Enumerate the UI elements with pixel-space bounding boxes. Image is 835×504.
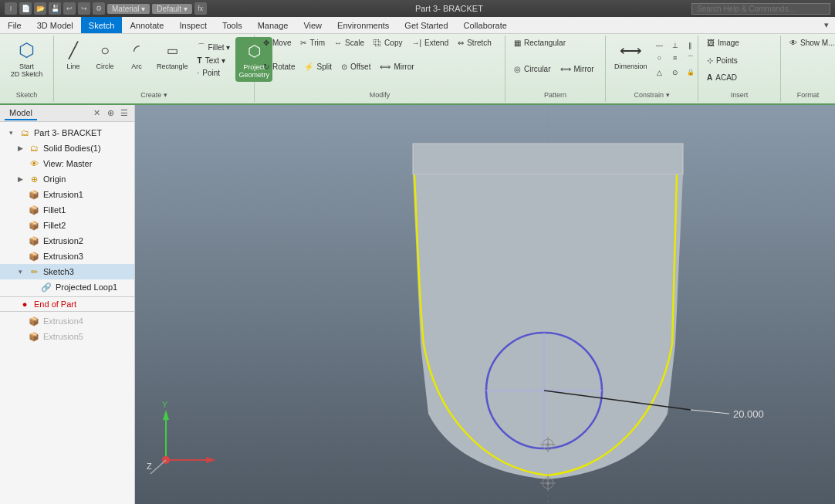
circular-label: Circular — [524, 65, 550, 73]
offset-button[interactable]: ⊙Offset — [337, 61, 375, 73]
constrain-symmetric[interactable]: ⊙ — [668, 67, 682, 78]
extend-button[interactable]: →|Extend — [407, 37, 452, 49]
tree-view-master[interactable]: ▶ 👁 View: Master — [0, 156, 134, 171]
start-2d-sketch-button[interactable]: ⬡ Start2D Sketch — [7, 37, 47, 80]
stretch-button[interactable]: ⇔Stretch — [454, 37, 495, 49]
acad-button[interactable]: AACAD — [703, 72, 741, 83]
ribbon-sketch-group: ⬡ Start2D Sketch Sketch — [0, 36, 54, 102]
redo-icon[interactable]: ↪ — [78, 2, 90, 15]
point-button[interactable]: · Point — [194, 67, 235, 79]
constrain-perpendicular[interactable]: ⊥ — [668, 40, 682, 51]
extrusion3-label: Extrusion3 — [43, 252, 83, 261]
tree-extrusion5[interactable]: ▶ 📦 Extrusion5 — [0, 329, 134, 344]
menu-3d-model[interactable]: 3D Model — [29, 17, 81, 33]
constrain-collinear[interactable]: ≡ — [668, 52, 682, 66]
tree-extrusion4[interactable]: ▶ 📦 Extrusion4 — [0, 313, 134, 329]
tree-projected-loop1[interactable]: ▶ 🔗 Projected Loop1 — [0, 279, 134, 295]
tree-extrusion1[interactable]: ▶ 📦 Extrusion1 — [0, 187, 134, 202]
mirror-button[interactable]: ⟺Mirror — [376, 61, 418, 73]
model-tab[interactable]: Model — [5, 107, 37, 120]
menu-get-started[interactable]: Get Started — [397, 17, 455, 33]
root-toggle[interactable]: ▾ — [6, 128, 15, 137]
copy-button[interactable]: ⿻Copy — [370, 37, 406, 49]
title-bar-icons: I 📄 📂 💾 ↩ ↪ ⚙ Material ▾ Default ▾ fx — [5, 2, 207, 15]
ribbon-collapse[interactable]: ▾ — [818, 19, 835, 32]
trim-button[interactable]: ✂Trim — [296, 37, 329, 49]
dimension-button[interactable]: ⟷ Dimension — [610, 37, 651, 73]
circular-button[interactable]: ◎Circular — [510, 63, 554, 75]
constrain-group-label: Constrain ▾ — [610, 90, 693, 100]
constrain-horizontal[interactable]: — — [653, 40, 667, 51]
constrain-lock[interactable]: 🔒 — [684, 67, 698, 78]
show-hide-button[interactable]: 👁Show M... — [786, 37, 835, 49]
undo-icon[interactable]: ↩ — [63, 2, 76, 15]
tree-fillet2[interactable]: ▶ 📦 Fillet2 — [0, 218, 134, 233]
show-hide-icon: 👁 — [789, 39, 797, 47]
save-icon[interactable]: 💾 — [49, 2, 61, 15]
text-button[interactable]: T Text ▾ — [194, 55, 235, 66]
scale-button[interactable]: ↔Scale — [330, 37, 368, 49]
menu-annotate[interactable]: Annotate — [122, 17, 171, 33]
mirror-pattern-button[interactable]: ⟺Mirror — [556, 63, 598, 75]
line-button[interactable]: ╱ Line — [59, 37, 88, 73]
constrain-smooth[interactable]: △ — [653, 67, 667, 78]
arc-button[interactable]: ◜ Arc — [122, 37, 151, 73]
tree-fillet1[interactable]: ▶ 📦 Fillet1 — [0, 202, 134, 218]
menu-sketch[interactable]: Sketch — [81, 17, 123, 33]
viewport-canvas: 20.000 Y Z — [135, 105, 835, 504]
point-icon: · — [198, 69, 200, 77]
sketch3-toggle[interactable]: ▾ — [15, 267, 25, 276]
tree-root[interactable]: ▾ 🗂 Part 3- BRACKET — [0, 125, 134, 140]
circle-button[interactable]: ○ Circle — [90, 37, 120, 73]
origin-icon: ⊕ — [28, 173, 40, 185]
menu-file[interactable]: File — [0, 17, 29, 33]
constrain-coincident[interactable]: ○ — [653, 52, 667, 66]
formula-icon[interactable]: fx — [194, 2, 207, 15]
panel-close-icon[interactable]: ✕ — [91, 108, 102, 119]
constrain-tangent[interactable]: ⌒ — [684, 52, 698, 66]
points-button[interactable]: ⊹Points — [703, 55, 742, 66]
tree-extrusion2[interactable]: ▶ 📦 Extrusion2 — [0, 233, 134, 249]
split-button[interactable]: ⚡Split — [300, 61, 335, 73]
tree-solid-bodies[interactable]: ▶ 🗂 Solid Bodies(1) — [0, 140, 134, 156]
split-label: Split — [316, 63, 331, 71]
image-button[interactable]: 🖼Image — [703, 37, 743, 49]
rectangle-button[interactable]: ▭ Rectangle — [153, 37, 192, 73]
image-label: Image — [718, 39, 739, 47]
arc-label: Arc — [131, 63, 142, 70]
rotate-button[interactable]: ↻Rotate — [259, 61, 299, 73]
solid-bodies-toggle[interactable]: ▶ — [15, 144, 25, 153]
create-group-label: Create ▾ — [59, 90, 249, 100]
settings-icon[interactable]: ⚙ — [93, 2, 105, 15]
menu-environments[interactable]: Environments — [330, 17, 397, 33]
circular-icon: ◎ — [514, 65, 521, 73]
origin-toggle[interactable]: ▶ — [15, 174, 25, 184]
fillet-button[interactable]: ⌒ Fillet ▾ — [194, 40, 235, 54]
view-dropdown[interactable]: Default ▾ — [152, 4, 191, 14]
menu-inspect[interactable]: Inspect — [172, 17, 215, 33]
copy-label: Copy — [384, 39, 402, 47]
viewport[interactable]: 20.000 Y Z — [135, 105, 835, 504]
menu-view[interactable]: View — [296, 17, 330, 33]
points-label: Points — [716, 56, 738, 65]
tree-origin[interactable]: ▶ ⊕ Origin — [0, 171, 134, 187]
panel-search-icon[interactable]: ⊕ — [105, 108, 116, 119]
menu-tools[interactable]: Tools — [215, 17, 250, 33]
tree-sketch3[interactable]: ▾ ✏ Sketch3 — [0, 264, 134, 279]
ribbon: ⬡ Start2D Sketch Sketch ╱ Line ○ Circle — [0, 34, 835, 105]
menu-collaborate[interactable]: Collaborate — [456, 17, 515, 33]
search-input[interactable] — [691, 3, 830, 15]
move-button[interactable]: ✥Move — [259, 37, 295, 49]
material-dropdown[interactable]: Material ▾ — [107, 4, 150, 14]
rectangular-button[interactable]: ▦Rectangular — [510, 37, 570, 49]
new-icon[interactable]: 📄 — [19, 2, 32, 15]
rectangle-icon: ▭ — [161, 39, 183, 61]
tree-extrusion3[interactable]: ▶ 📦 Extrusion3 — [0, 249, 134, 264]
constrain-parallel[interactable]: ∥ — [684, 40, 698, 51]
panel-menu-icon[interactable]: ☰ — [119, 108, 130, 119]
move-label: Move — [272, 39, 291, 47]
tree-end-of-part[interactable]: ▶ ● End of Part — [0, 296, 134, 312]
open-icon[interactable]: 📂 — [34, 2, 46, 15]
sketch3-icon: ✏ — [28, 266, 40, 278]
menu-manage[interactable]: Manage — [250, 17, 296, 33]
